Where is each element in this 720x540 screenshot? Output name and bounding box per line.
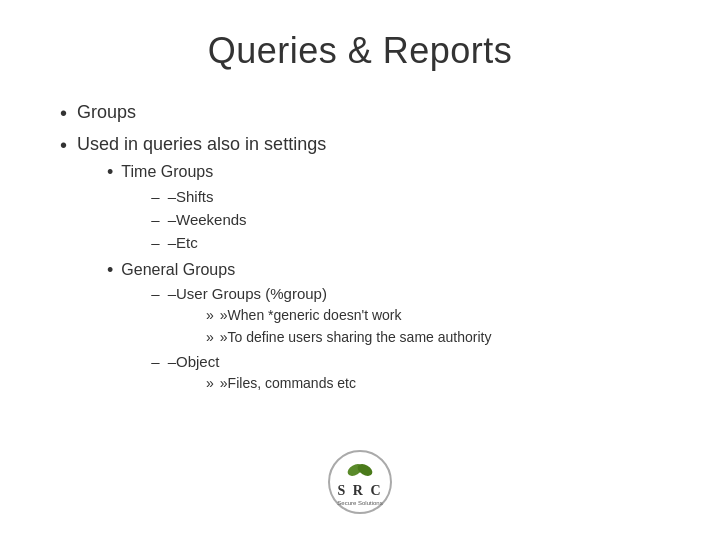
list-item: » To define users sharing the same autho…	[206, 328, 660, 348]
slide-title: Queries & Reports	[60, 30, 660, 72]
list-item: General Groups – User Groups (%group)	[107, 259, 660, 398]
item-text: Files, commands etc	[228, 374, 660, 394]
list-item: Groups	[60, 100, 660, 126]
deep-list: » When *generic doesn't work » To define…	[176, 306, 660, 347]
list-item: – User Groups (%group) » When *generic d…	[151, 283, 660, 349]
sub-list: Time Groups – Shifts – Weekends	[77, 161, 660, 398]
deep-list: » Files, commands etc	[176, 374, 660, 394]
list-item: – Weekends	[151, 209, 660, 230]
sub-sub-list: – Shifts – Weekends – Et	[121, 186, 660, 253]
chevron-icon: »	[220, 374, 228, 394]
chevron-icon: »	[220, 306, 228, 326]
chevron-icon: »	[220, 328, 228, 348]
item-text: Weekends	[176, 209, 660, 230]
item-text: Groups	[77, 100, 660, 125]
company-logo: S R C Secure Solutions	[325, 450, 395, 520]
logo-inner: S R C Secure Solutions	[337, 459, 382, 506]
item-text: Etc	[176, 232, 660, 253]
list-item: Used in queries also in settings Time Gr…	[60, 132, 660, 402]
dash-icon: –	[168, 351, 176, 372]
leaf-decoration	[345, 459, 375, 481]
sub-sub-list: – User Groups (%group) » When *generic d…	[121, 283, 660, 396]
dash-icon: –	[168, 186, 176, 207]
dash-icon: –	[168, 283, 176, 304]
item-text: General Groups – User Groups (%group)	[121, 259, 660, 398]
list-item: » Files, commands etc	[206, 374, 660, 394]
dash-icon: –	[168, 232, 176, 253]
list-item: – Shifts	[151, 186, 660, 207]
logo-circle: S R C Secure Solutions	[328, 450, 392, 514]
item-text: User Groups (%group) » When *generic doe…	[176, 283, 660, 349]
item-text: Shifts	[176, 186, 660, 207]
item-text: When *generic doesn't work	[228, 306, 660, 326]
logo-text: S R C	[337, 483, 382, 499]
item-text: Used in queries also in settings Time Gr…	[77, 132, 660, 402]
item-text: Object » Files, commands etc	[176, 351, 660, 396]
list-item: Time Groups – Shifts – Weekends	[107, 161, 660, 254]
logo-area: S R C Secure Solutions	[60, 450, 660, 520]
logo-subtext: Secure Solutions	[337, 500, 382, 506]
item-text: Time Groups – Shifts – Weekends	[121, 161, 660, 254]
slide: Queries & Reports Groups Used in queries…	[0, 0, 720, 540]
list-item: – Object » Files, commands etc	[151, 351, 660, 396]
item-text: To define users sharing the same authori…	[228, 328, 660, 348]
dash-icon: –	[168, 209, 176, 230]
leaves-icon	[345, 459, 375, 481]
slide-content: Groups Used in queries also in settings …	[60, 100, 660, 438]
list-item: – Etc	[151, 232, 660, 253]
list-item: » When *generic doesn't work	[206, 306, 660, 326]
main-list: Groups Used in queries also in settings …	[60, 100, 660, 402]
